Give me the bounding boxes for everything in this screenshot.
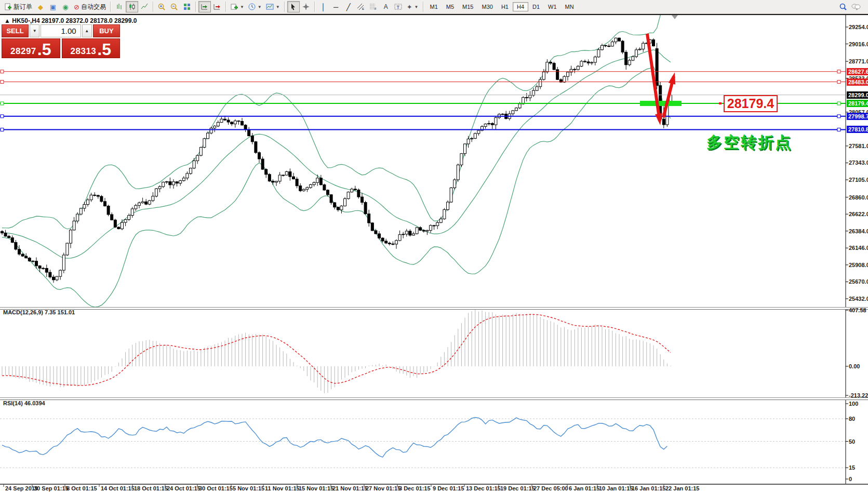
time-axis-label: 24 Sep 2019: [5, 485, 38, 491]
rsi-axis-label: 50: [849, 438, 855, 445]
price-tick-label: 27581.0: [849, 143, 868, 149]
price-tick-label: 25432.0: [849, 296, 868, 302]
price-tick-label: 29016.0: [849, 41, 868, 47]
price-tick-label: 25908.0: [849, 262, 868, 268]
price-line-badge: 28627.6: [847, 68, 868, 75]
sell-price-box[interactable]: 28297.5: [2, 38, 60, 58]
price-line-badge: 28299.0: [847, 91, 868, 99]
price-tick-label: 29254.0: [849, 24, 868, 30]
buy-button[interactable]: BUY: [93, 24, 120, 37]
macd-axis-label: 0.00: [849, 363, 860, 369]
macd-axis-label: 407.58: [849, 307, 866, 313]
rsi-axis-label: 80: [849, 416, 855, 422]
time-axis-label: 5 Nov 01:15: [233, 485, 264, 491]
price-tick-label: 26860.0: [849, 194, 868, 201]
time-axis-label: 30 Oct 01:15: [199, 485, 233, 491]
cn-annotation-text[interactable]: 多空转折点: [706, 132, 792, 153]
price-tick-label: 27105.0: [849, 177, 868, 183]
rsi-label: RSI(14) 46.0394: [3, 400, 45, 406]
price-line-badge: 27810.8: [847, 126, 868, 133]
time-axis-label: 19 Dec 01:15: [500, 485, 535, 491]
volume-decrease-button[interactable]: ▼: [30, 24, 39, 37]
time-axis-label: 15 Nov 01:15: [299, 485, 333, 491]
price-line-badge: 27998.7: [847, 113, 868, 120]
rsi-timeaxis-separator: [0, 484, 868, 485]
price-tick-label: 26146.0: [849, 245, 868, 251]
price-tick-label: 26622.0: [849, 211, 868, 217]
time-axis-label: 13 Dec 01:15: [466, 485, 501, 491]
price-line-badge: 28179.4: [847, 100, 868, 107]
macd-axis-label: -213.22: [849, 392, 868, 398]
time-axis-label: 9 Dec 01:15: [433, 485, 464, 491]
buy-price-box[interactable]: 28313.5: [62, 38, 121, 58]
price-tick-label: 27343.0: [849, 159, 868, 166]
price-callout-label[interactable]: 28179.4: [724, 95, 778, 112]
volume-increase-button[interactable]: ▲: [82, 24, 92, 37]
time-axis-label: 8 Oct 01:15: [66, 485, 97, 491]
sell-price: 28297: [10, 46, 36, 57]
scroll-end-marker-icon[interactable]: [672, 15, 678, 19]
time-axis-label: 18 Oct 01:15: [134, 485, 168, 491]
time-axis-label: 27 Nov 01:15: [366, 485, 400, 491]
time-axis-label: 27 Dec 05:00: [533, 485, 568, 491]
price-line-badge: 28483.0: [847, 78, 868, 86]
price-tick-label: 26384.0: [849, 228, 868, 234]
chart-ohlc-title: ▲ HK50-,H4 28197.0 28372.0 28178.0 28299…: [4, 17, 137, 24]
time-axis-label: 3 Dec 01:15: [399, 485, 431, 491]
support-zone-bar[interactable]: [640, 101, 682, 106]
sell-button[interactable]: SELL: [2, 24, 29, 37]
time-axis-label: 16 Jan 01:15: [632, 485, 665, 491]
time-axis-label: 6 Jan 01:15: [569, 485, 599, 491]
trading-terminal: { "toolbar": { "new_order_label": "新订单",…: [0, 0, 868, 492]
buy-price: 28313: [71, 46, 97, 57]
time-axis-label: 24 Oct 01:15: [167, 485, 201, 491]
time-axis-label: 11 Nov 01:15: [265, 485, 300, 491]
main-macd-separator[interactable]: [0, 307, 868, 310]
rsi-axis-label: 100: [849, 401, 858, 407]
price-tick-label: 25670.0: [849, 278, 868, 285]
one-click-trading-panel: SELL ▼ 1.00 ▲ BUY 28297.5 28313.5: [2, 24, 120, 58]
time-axis-label: 10 Jan 01:15: [599, 485, 633, 491]
time-axis-label: 14 Oct 01:15: [101, 485, 135, 491]
macd-label: MACD(12,26,9) 7.35 151.01: [3, 309, 75, 315]
macd-rsi-separator[interactable]: [0, 397, 868, 400]
rsi-axis-label: 0: [849, 476, 852, 482]
chart-canvas[interactable]: [0, 0, 868, 492]
price-tick-label: 28771.0: [849, 58, 868, 64]
time-axis-label: 22 Jan 01:15: [665, 485, 699, 491]
time-axis-label: 30 Sep 01:15: [34, 485, 69, 491]
rsi-axis-label: 15: [849, 464, 855, 471]
time-axis-label: 21 Nov 01:15: [332, 485, 367, 491]
volume-input[interactable]: 1.00: [41, 24, 81, 37]
